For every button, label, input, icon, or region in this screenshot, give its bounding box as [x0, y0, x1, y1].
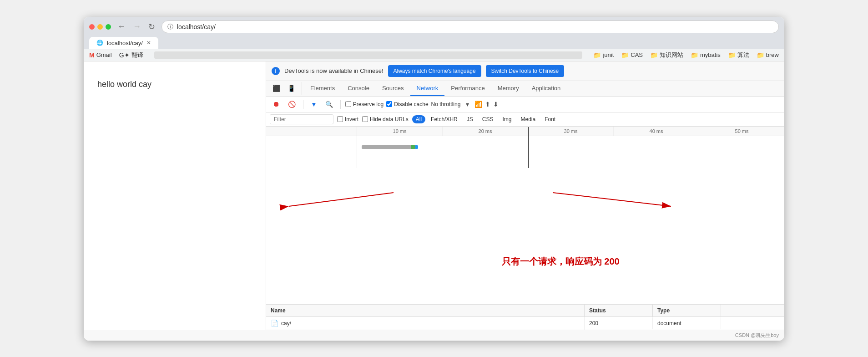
hide-data-urls-text: Hide data URLs [370, 116, 409, 122]
tab-close-button[interactable]: ✕ [146, 40, 151, 46]
close-button[interactable] [89, 24, 95, 30]
back-button[interactable]: ← [115, 21, 128, 32]
notification-text: DevTools is now available in Chinese! [284, 67, 384, 74]
chip-fetch-xhr[interactable]: Fetch/XHR [427, 115, 461, 123]
translate-icon: G✦ [119, 51, 130, 59]
annotation-label: 只有一个请求，响应码为 200 [502, 255, 620, 268]
bookmark-junit[interactable]: 📁 junit [593, 51, 614, 59]
timeline-track [357, 136, 784, 168]
device-icon[interactable]: 📱 [285, 82, 298, 95]
filter-chips: All Fetch/XHR JS CSS Img Media Font [412, 115, 559, 123]
disable-cache-label[interactable]: Disable cache [386, 101, 428, 107]
bookmarks-bar: M Gmail G✦ 翻译 📁 junit 📁 CAS 📁 知识网站 📁 myb… [84, 49, 784, 61]
tab-performance[interactable]: Performance [444, 81, 491, 96]
reload-button[interactable]: ↻ [146, 21, 158, 33]
chip-media[interactable]: Media [517, 115, 539, 123]
download-icon: ⬇ [493, 101, 499, 108]
network-filter-bar: Invert Hide data URLs All Fetch/XHR JS C… [266, 112, 784, 127]
forward-button[interactable]: → [130, 21, 144, 32]
match-language-button[interactable]: Always match Chrome's language [388, 65, 481, 77]
disable-cache-checkbox[interactable] [386, 101, 392, 107]
folder-icon-mybatis: 📁 [691, 51, 698, 59]
header-type: Type [653, 305, 721, 316]
timeline-bar-blue [415, 145, 418, 149]
bookmark-algorithm-label: 算法 [737, 51, 749, 59]
devtools-notification: i DevTools is now available in Chinese! … [266, 61, 784, 81]
bookmark-algorithm[interactable]: 📁 算法 [728, 51, 749, 59]
row-type: document [653, 317, 721, 329]
chrome-top-bar: ← → ↻ ⓘ localhost/cay/ 🌐 localhost/cay/ … [84, 17, 784, 49]
folder-icon-cas: 📁 [621, 51, 629, 59]
chrome-controls: ← → ↻ ⓘ localhost/cay/ [89, 20, 779, 33]
invert-label[interactable]: Invert [337, 116, 358, 122]
row-status: 200 [585, 317, 653, 329]
timeline-bar-gray [362, 145, 416, 149]
chip-all[interactable]: All [412, 115, 425, 123]
preserve-log-checkbox[interactable] [345, 101, 351, 107]
timeline-body [266, 136, 784, 168]
document-icon: 📄 [271, 320, 278, 327]
throttle-dropdown[interactable]: ▾ [463, 99, 472, 110]
tab-application[interactable]: Application [525, 81, 567, 96]
header-name: Name [266, 305, 585, 316]
chip-css[interactable]: CSS [479, 115, 497, 123]
vertical-timeline-line [528, 127, 529, 168]
network-toolbar: ⏺ 🚫 ▼ 🔍 Preserve log Disable cache No th… [266, 97, 784, 112]
preserve-log-text: Preserve log [353, 101, 384, 107]
no-throttling-text: No throttling [431, 101, 461, 107]
switch-to-chinese-button[interactable]: Switch DevTools to Chinese [486, 65, 565, 77]
wifi-icon: 📶 [474, 101, 482, 108]
record-button[interactable]: ⏺ [270, 98, 283, 110]
tab-elements[interactable]: Elements [304, 81, 341, 96]
tab-title: localhost/cay/ [107, 40, 143, 46]
timeline-bar-green [411, 145, 415, 149]
search-button[interactable]: 🔍 [323, 99, 336, 110]
bookmark-cas[interactable]: 📁 CAS [621, 51, 643, 59]
nav-buttons: ← → ↻ [115, 21, 158, 33]
clear-button[interactable]: 🚫 [285, 99, 298, 110]
chip-img[interactable]: Img [499, 115, 515, 123]
chip-js[interactable]: JS [463, 115, 477, 123]
tick-20ms: 20 ms [443, 127, 528, 136]
cursor-icon[interactable]: ⬛ [270, 82, 283, 95]
toolbar-separator-1 [303, 100, 303, 109]
lock-icon: ⓘ [167, 23, 173, 31]
chip-font[interactable]: Font [541, 115, 559, 123]
invert-text: Invert [345, 116, 358, 122]
preserve-log-label[interactable]: Preserve log [345, 101, 384, 107]
bookmark-brew[interactable]: 📁 brew [757, 51, 779, 59]
hide-data-urls-label[interactable]: Hide data URLs [362, 116, 409, 122]
page-title: hello world cay [97, 80, 252, 89]
hide-data-urls-checkbox[interactable] [362, 116, 368, 122]
filter-button[interactable]: ▼ [308, 99, 320, 110]
bookmark-gmail[interactable]: M Gmail [89, 51, 112, 59]
active-tab[interactable]: 🌐 localhost/cay/ ✕ [89, 37, 158, 49]
blurred-bookmarks [154, 51, 583, 59]
bookmark-mybatis[interactable]: 📁 mybatis [691, 51, 721, 59]
main-area: hello world cay i DevTools is now availa… [84, 61, 784, 330]
address-bar[interactable]: ⓘ localhost/cay/ [161, 20, 779, 33]
bookmark-brew-label: brew [766, 51, 779, 58]
folder-icon-algorithm: 📁 [728, 51, 736, 59]
tab-console[interactable]: Console [341, 81, 376, 96]
invert-checkbox[interactable] [337, 116, 343, 122]
bookmark-translate[interactable]: G✦ 翻译 [119, 51, 143, 59]
row-name-text: cay/ [281, 320, 291, 326]
tab-memory[interactable]: Memory [491, 81, 525, 96]
tick-30ms: 30 ms [528, 127, 614, 136]
bookmark-junit-label: junit [603, 51, 614, 58]
network-table: Name Status Type 📄 cay/ 200 document [266, 304, 784, 330]
bookmark-cas-label: CAS [631, 51, 643, 58]
maximize-button[interactable] [106, 24, 111, 30]
filter-input[interactable] [270, 114, 333, 124]
svg-line-2 [289, 193, 394, 206]
bookmark-gmail-label: Gmail [96, 51, 112, 58]
bookmark-knowledge[interactable]: 📁 知识网站 [650, 51, 683, 59]
timeline-ruler: 10 ms 20 ms 30 ms 40 ms 50 ms [357, 127, 784, 136]
tab-network[interactable]: Network [410, 81, 445, 96]
tick-40ms: 40 ms [614, 127, 699, 136]
url-text: localhost/cay/ [177, 23, 216, 31]
minimize-button[interactable] [97, 24, 103, 30]
table-row[interactable]: 📄 cay/ 200 document [266, 317, 784, 330]
tab-sources[interactable]: Sources [376, 81, 410, 96]
